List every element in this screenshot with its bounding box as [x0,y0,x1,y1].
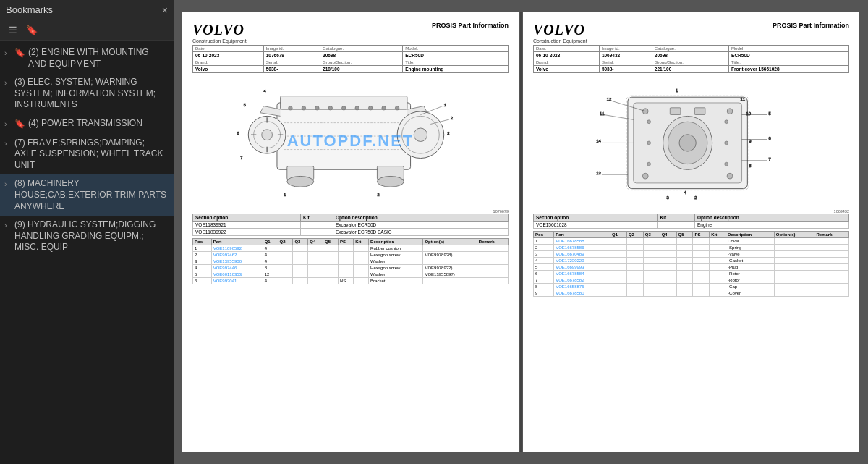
table-row: VOE11839922Excavator ECR50D BASIC [193,229,509,236]
bookmark-expand-button[interactable]: ☰ [6,23,20,37]
svg-text:9: 9 [749,139,751,143]
sidebar-item-item-engine[interactable]: ›🔖(2) ENGINE WITH MOUNTING AND EQUIPMENT [0,43,174,73]
page-divider [520,12,522,452]
bookmark-icon: 🔖 [14,119,25,130]
close-icon[interactable]: × [162,5,168,15]
table-row: 1VOE16678588Cover [534,238,849,245]
info-table-left: Date: Image id: Catalogue: Model: 06-10-… [192,45,509,73]
sidebar-title: Bookmarks [6,4,53,15]
sidebar-header: Bookmarks × [0,0,174,20]
svg-text:13: 13 [596,171,600,175]
sidebar-toolbar: ☰ 🔖 [0,20,174,41]
svg-text:12: 12 [607,97,611,101]
svg-text:2: 2 [451,116,453,120]
svg-point-45 [727,109,733,114]
svg-point-47 [727,173,733,179]
svg-text:5: 5 [244,103,246,107]
main-content: VOLVO Construction Equipment PROSIS Part… [174,0,868,464]
prosis-title-left: PROSIS Part Information [432,22,509,29]
chevron-right-icon: › [4,119,12,129]
sidebar-item-label: (4) POWER TRANSMISSION [28,118,168,130]
svg-text:6: 6 [769,136,771,140]
svg-text:4: 4 [264,89,266,93]
chevron-right-icon: › [4,77,12,88]
svg-text:11: 11 [741,97,745,101]
svg-text:7: 7 [769,157,771,161]
sidebar-item-item-machinery[interactable]: ›(8) MACHINERY HOUSE;CAB;EXTERIOR TRIM P… [0,174,174,216]
construction-eq-right: Construction Equipment [533,38,587,43]
svg-text:5: 5 [769,111,771,116]
sidebar-items: ›🔖(2) ENGINE WITH MOUNTING AND EQUIPMENT… [0,41,174,464]
svg-text:11: 11 [600,111,604,116]
svg-text:14: 14 [596,139,601,143]
engine-diagram-left: 1 2 3 4 5 6 7 1 2 AUTOPDF.NET [192,76,509,206]
section-option-table-left: Section option Kit Option description VO… [192,214,509,236]
svg-text:1: 1 [284,193,286,197]
table-row: 8VOE16658875-Cap [534,284,849,290]
sidebar: Bookmarks × ☰ 🔖 ›🔖(2) ENGINE WITH MOUNTI… [0,0,174,464]
sidebar-item-label: (9) HYDRAULIC SYSTEM;DIGGING HANDLING GR… [14,219,168,253]
table-row: 5VOE6011035312WasherVOE13955897) [193,271,509,278]
pages-container: VOLVO Construction Equipment PROSIS Part… [174,0,868,464]
table-row: 3VOE16670489-Valve [534,251,849,258]
page-left: VOLVO Construction Equipment PROSIS Part… [182,12,519,452]
svg-text:1: 1 [444,103,446,107]
svg-point-44 [642,109,648,114]
table-row: 2VOE9974624Hexagon screwVOE9978938) [193,252,509,258]
table-row: 9VOE16678580-Cover [534,290,849,297]
table-row: VOE11839921Excavator ECR50D [193,222,509,229]
table-row: 7VOE16678582-Rotor [534,277,849,284]
table-row: 1VOE110905924Rubber cushion [193,245,509,252]
table-row: 4VOE17230229-Gasket [534,258,849,264]
table-row: 5VOE16699993-Plug [534,264,849,271]
svg-point-12 [368,106,373,111]
svg-point-46 [642,173,648,179]
prosis-title-right: PROSIS Part Information [773,22,849,29]
bookmark-view-button[interactable]: 🔖 [23,23,41,37]
page-right: VOLVO Construction Equipment PROSIS Part… [523,12,859,452]
page-right-header: VOLVO Construction Equipment PROSIS Part… [533,22,849,43]
svg-point-7 [302,106,306,111]
svg-text:7: 7 [240,156,242,160]
bookmark-icon: 🔖 [14,48,25,59]
table-row: 3VOE139559004Washer [193,258,509,265]
sidebar-item-item-elec[interactable]: ›(3) ELEC. SYSTEM; WARNING SYSTEM; INFOR… [0,73,174,114]
sidebar-item-label: (7) FRAME;SPRINGS;DAMPING; AXLE SUSPENSI… [14,138,168,172]
info-table-right: Date: Image id: Catalogue: Model: 06-10-… [533,45,849,73]
sidebar-item-item-hydraulic[interactable]: ›(9) HYDRAULIC SYSTEM;DIGGING HANDLING G… [0,216,174,257]
chevron-right-icon: › [4,48,12,58]
sidebar-item-item-frame[interactable]: ›(7) FRAME;SPRINGS;DAMPING; AXLE SUSPENS… [0,134,174,175]
svg-point-43 [679,135,696,151]
svg-text:3: 3 [666,195,668,200]
table-row: 6VOE9930414NSBracket [193,278,509,284]
volvo-logo-right: VOLVO [533,22,587,38]
svg-text:3: 3 [447,131,449,135]
svg-text:1: 1 [676,88,678,93]
svg-text:8: 8 [749,164,751,168]
page-left-header: VOLVO Construction Equipment PROSIS Part… [192,22,509,43]
svg-point-23 [262,130,273,140]
svg-text:6: 6 [237,131,239,135]
svg-point-50 [647,141,651,145]
svg-text:2: 2 [694,195,697,200]
sidebar-item-label: (2) ENGINE WITH MOUNTING AND EQUIPMENT [28,47,168,69]
svg-rect-55 [670,108,681,115]
parts-table-right: PosPartQ1Q2Q3Q4Q5PSKitDescriptionOption(… [533,231,849,297]
section-option-table-right: Section option Kit Option description VO… [533,214,849,229]
volvo-logo-left: VOLVO [192,22,247,38]
svg-text:2: 2 [377,193,379,197]
chevron-right-icon: › [4,220,12,230]
chevron-right-icon: › [4,179,12,189]
parts-table-left: PosPartQ1Q2Q3Q4Q5PSKitDescriptionOption(… [192,238,509,284]
sidebar-item-item-power[interactable]: ›🔖(4) POWER TRANSMISSION [0,114,174,134]
svg-point-6 [289,106,293,111]
svg-point-51 [647,162,651,166]
svg-point-20 [414,128,427,141]
svg-point-13 [382,106,386,111]
svg-point-49 [647,120,651,124]
table-row: VOE15661028Engine [534,222,849,229]
svg-point-5 [377,176,404,187]
svg-point-53 [725,141,728,145]
sidebar-item-label: (8) MACHINERY HOUSE;CAB;EXTERIOR TRIM PA… [14,178,168,212]
svg-point-9 [328,106,333,111]
